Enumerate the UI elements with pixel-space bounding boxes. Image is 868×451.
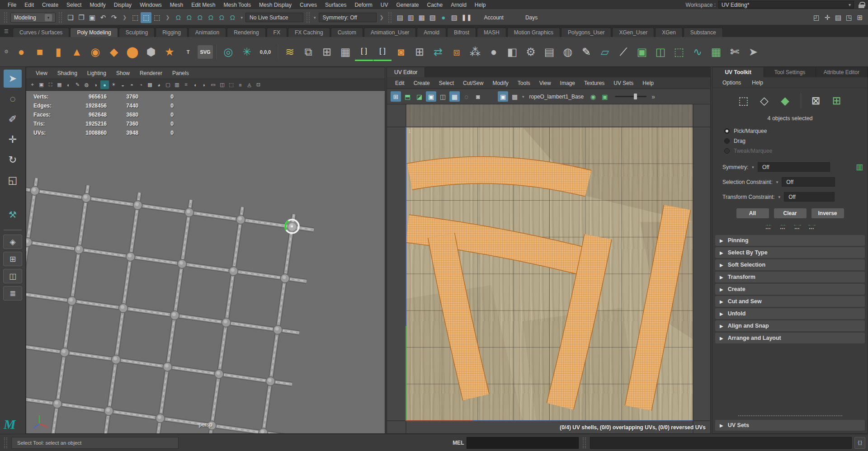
poly-torus-icon[interactable]: ◉ xyxy=(86,43,104,61)
snap-to-point-icon[interactable]: Ω xyxy=(194,12,205,23)
select-component-icon[interactable]: ⬚ xyxy=(151,12,162,23)
pause-ipr-icon[interactable]: ❚❚ xyxy=(462,14,472,21)
shelf-tab[interactable]: FX Caching xyxy=(288,28,330,37)
snap-to-curve-icon[interactable]: Ω xyxy=(184,12,194,23)
cut-faces-icon[interactable]: ✄ xyxy=(726,43,744,61)
uv-menu-item[interactable]: Edit xyxy=(391,79,409,88)
menubar-item[interactable]: Mesh Display xyxy=(255,1,296,9)
save-scene-icon[interactable]: ▣ xyxy=(87,12,98,23)
uv-border-display-icon[interactable]: ▣ xyxy=(426,91,436,102)
poly-cone-icon[interactable]: ▲ xyxy=(68,43,86,61)
pencil-curve-icon[interactable]: ✎ xyxy=(577,43,595,61)
toolkit-section[interactable]: ▶ Soft Selection xyxy=(715,259,865,270)
exposure-icon[interactable]: ◖ xyxy=(191,80,199,89)
viewport-menu-item[interactable]: Renderer xyxy=(135,69,167,78)
right-panel-tab[interactable]: UV Toolkit xyxy=(712,67,764,77)
shrink-selection-icon[interactable]: →← ▪▪▪ xyxy=(764,222,773,230)
menubar-item[interactable]: Select xyxy=(62,1,85,9)
menubar-item[interactable]: UV xyxy=(377,1,392,9)
four-pane-layout[interactable]: ⊞ xyxy=(3,252,22,266)
shelf-gear-icon[interactable]: ⚙ xyxy=(1,49,12,55)
symmetry-field[interactable]: Symmetry: Off xyxy=(319,13,377,22)
uv-menu-item[interactable]: Cut/Sew xyxy=(458,79,488,88)
rotate-tool[interactable]: ↻ xyxy=(4,151,22,169)
xray-joints-icon[interactable]: ⌗ xyxy=(182,80,190,89)
construction-aim-icon[interactable]: ◎ xyxy=(219,43,237,61)
resize-handle[interactable] xyxy=(738,415,842,416)
uv-grid-icon[interactable]: ▦ xyxy=(449,91,460,102)
viewport-menu-item[interactable]: Show xyxy=(111,69,135,78)
snap-to-view-plane-icon[interactable]: Ω xyxy=(216,12,227,23)
poly-cube-stack-icon[interactable]: ⧈ xyxy=(448,43,466,61)
ipr-render-icon[interactable]: ▦ xyxy=(416,12,427,23)
origin-tool-icon[interactable]: 0,0,0 xyxy=(256,43,274,61)
command-input[interactable] xyxy=(467,437,578,449)
bevel-icon[interactable]: ∿ xyxy=(689,43,707,61)
multi-cut-icon[interactable]: ⟋ xyxy=(614,43,632,61)
single-pane-layout[interactable]: ◈ xyxy=(3,235,22,249)
chevron-down-icon[interactable]: ▾ xyxy=(752,165,754,169)
poly-plane-icon[interactable]: ◆ xyxy=(105,43,123,61)
shelf-tab[interactable]: Sculpting xyxy=(119,28,155,37)
object-details-icon[interactable]: ◬ xyxy=(245,80,254,89)
snap-to-grid-icon[interactable]: Ω xyxy=(173,12,184,23)
poly-boolean-icon[interactable]: ◧ xyxy=(503,43,521,61)
grease-pencil-icon[interactable]: ✎ xyxy=(73,80,82,89)
render-settings-icon[interactable]: ▧ xyxy=(427,12,438,23)
lock-workspace-icon[interactable] xyxy=(859,2,864,8)
isolate-select-icon[interactable]: ▢ xyxy=(164,80,172,89)
shelf-tab[interactable]: XGen_User xyxy=(612,28,654,37)
svg-tool-icon[interactable]: SVG xyxy=(198,45,213,59)
poly-scatter-icon[interactable]: ⁂ xyxy=(466,43,484,61)
slider-knob[interactable] xyxy=(634,94,637,99)
depth-of-field-icon[interactable]: ◕ xyxy=(155,80,163,89)
poly-transfer-icon[interactable]: ⇄ xyxy=(429,43,447,61)
gate-mask-icon[interactable]: ▭ xyxy=(209,80,217,89)
poly-combine-icon[interactable]: ⧉ xyxy=(299,43,317,61)
shelf-tab[interactable]: Arnold xyxy=(417,28,446,37)
uv-grid-layout-icon[interactable]: ⊞ xyxy=(829,93,845,109)
toolkit-menu-item[interactable]: Options xyxy=(717,78,746,87)
account-link[interactable]: Account xyxy=(474,14,514,21)
radio-icon[interactable] xyxy=(724,138,730,144)
shelf-tab[interactable]: MASH xyxy=(477,28,506,37)
new-scene-icon[interactable]: ❏ xyxy=(65,12,76,23)
move-tool[interactable]: ✛ xyxy=(4,131,22,149)
paint-select-tool[interactable]: ✐ xyxy=(4,110,22,128)
uv-marquee-icon[interactable]: ⬚ xyxy=(736,93,752,109)
poly-sphere-project-icon[interactable]: ◙ xyxy=(392,43,410,61)
rotate-manipulator-icon[interactable] xyxy=(285,220,299,233)
toolkit-section[interactable]: ▶ Create xyxy=(715,284,865,295)
uv-shell[interactable] xyxy=(410,170,588,183)
snap-to-projected-center-icon[interactable]: Ω xyxy=(205,12,216,23)
shelf-tab[interactable]: Rendering xyxy=(227,28,265,37)
extrude-icon[interactable]: ⬚ xyxy=(670,43,688,61)
outliner-pane-layout[interactable]: ≣ xyxy=(3,286,22,301)
menubar-item[interactable]: Edit xyxy=(20,1,38,9)
days-link[interactable]: Days xyxy=(515,14,547,21)
shelf-tab[interactable]: Motion Graphics xyxy=(507,28,560,37)
menubar-item[interactable]: Arnold xyxy=(447,1,471,9)
poly-crease-icon[interactable]: ◍ xyxy=(559,43,577,61)
toolkit-section[interactable]: ▶ Arrange and Layout xyxy=(715,333,865,343)
select-edge-ring-icon[interactable]: ←→ ▪▪▪ xyxy=(808,222,816,230)
two-pane-layout[interactable]: ◫ xyxy=(3,269,22,283)
poly-cube-icon[interactable]: ■ xyxy=(31,43,49,61)
selection-constraint-field[interactable]: Off xyxy=(782,177,835,187)
symmetry-value-field[interactable]: Off xyxy=(758,162,830,172)
super-shape-icon[interactable]: ★ xyxy=(160,43,179,61)
menubar-item[interactable]: Edit Mesh xyxy=(187,1,219,9)
shelf-tab[interactable]: FX xyxy=(267,28,287,37)
toolkit-section[interactable]: ▶ Pinning xyxy=(715,235,865,246)
toolkit-section[interactable]: ▶ Cut and Sew xyxy=(715,296,865,307)
shelf-tab[interactable]: Custom xyxy=(331,28,363,37)
make-object-live-icon[interactable]: Ω xyxy=(227,12,238,23)
snap-together-icon[interactable]: ✳ xyxy=(238,43,256,61)
drag-grip[interactable] xyxy=(583,437,586,448)
render-current-frame-icon[interactable]: ▥ xyxy=(406,12,416,23)
shelf-menu-icon[interactable]: ☰ xyxy=(1,28,12,34)
grow-selection-icon[interactable]: →← ▪▪▪ xyxy=(779,222,787,230)
poly-remesh-icon[interactable]: ▦ xyxy=(336,43,354,61)
uv-menu-item[interactable]: Textures xyxy=(580,79,609,88)
shelf-tab[interactable]: Bifrost xyxy=(447,28,476,37)
